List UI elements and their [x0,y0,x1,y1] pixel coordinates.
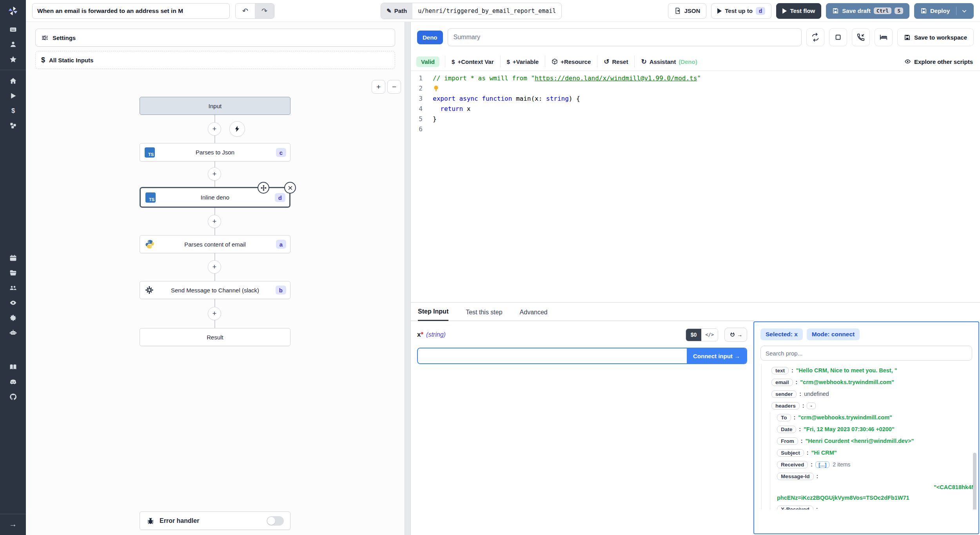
prop-row[interactable]: To: "crm@webhooks.trywindmill.com" [754,412,978,423]
prop-key[interactable]: From [777,437,798,445]
prop-row[interactable]: Message-Id: [754,470,978,482]
workers-icon[interactable] [0,325,26,340]
code-mode-button[interactable]: </> [701,329,718,341]
home-icon[interactable] [0,73,26,88]
chevron-down-icon[interactable] [961,8,967,14]
flow-title-input[interactable] [32,3,230,19]
github-icon[interactable] [0,389,26,404]
prop-value-wrapped[interactable]: "<CAC818hk4NphcENz=iKcz2BQGUjkVym8Vos=TS… [754,482,978,503]
prop-key[interactable]: Message-Id [777,473,814,480]
expand-array-button[interactable]: [...] [815,461,829,468]
prop-key[interactable]: To [777,414,791,421]
early-stop-button[interactable] [829,28,847,46]
apps-icon[interactable] [0,22,26,37]
all-static-inputs-button[interactable]: $ All Static Inputs [35,51,395,69]
scrollbar-thumb[interactable] [973,453,976,510]
schedules-icon[interactable] [0,250,26,265]
add-step-button[interactable]: + [208,260,221,274]
zoom-out-button[interactable]: − [387,80,401,94]
lightbulb-icon[interactable] [433,85,439,92]
error-handler-row[interactable]: Error handler [140,511,290,530]
move-step-button[interactable] [258,182,269,194]
add-variable-button[interactable]: $ +Variable [500,56,545,67]
explore-other-scripts-button[interactable]: Explore other scripts [904,58,973,65]
prop-key[interactable]: headers [771,402,800,410]
reset-button[interactable]: ↺ Reset [597,56,634,67]
audit-logs-icon[interactable] [0,295,26,310]
prop-key[interactable]: email [771,379,793,386]
code-link[interactable]: https://deno.land/x/windmill@v1.99.0/mod… [535,74,697,82]
favorites-icon[interactable] [0,52,26,67]
template-mode-button[interactable]: $0 [686,329,702,341]
node-parses-to-json[interactable]: TS Parses to Json c [140,143,290,161]
prop-key[interactable]: Subject [777,449,804,457]
node-parses-content-of-email[interactable]: Parses content of email a [140,235,290,253]
folders-icon[interactable] [0,265,26,280]
deploy-button[interactable]: Deploy [914,3,974,19]
prop-row[interactable]: headers: - [754,400,978,412]
step-input-value[interactable] [418,348,687,363]
tab-step-input[interactable]: Step Input [418,308,448,321]
trigger-bolt-button[interactable] [229,121,245,137]
add-step-button[interactable]: + [208,307,221,320]
expand-arrow-icon[interactable]: → [0,520,26,529]
node-input[interactable]: Input [140,97,290,115]
language-badge[interactable]: Deno [417,31,443,44]
panel-divider[interactable] [405,22,411,535]
retry-button[interactable] [806,28,824,46]
prop-key[interactable]: Received [777,461,808,468]
runs-icon[interactable] [0,88,26,103]
redo-button[interactable]: ↷ [255,4,274,18]
variables-icon[interactable]: $ [0,103,26,118]
save-to-workspace-button[interactable]: Save to workspace [897,28,974,46]
test-flow-button[interactable]: Test flow [776,3,821,19]
prop-row[interactable]: Date: "Fri, 12 May 2023 07:30:46 +0200" [754,423,978,435]
delete-step-button[interactable] [284,182,296,194]
prop-row[interactable]: X-Received: [754,503,978,510]
suspend-approval-button[interactable] [852,28,870,46]
add-step-button[interactable]: + [208,122,221,136]
discord-icon[interactable] [0,374,26,389]
resources-icon[interactable] [0,118,26,133]
test-up-to-button[interactable]: Test up to d [711,3,771,19]
error-handler-toggle[interactable] [267,516,284,526]
prop-row[interactable]: sender: undefined [754,388,978,400]
add-resource-button[interactable]: +Resource [545,56,597,67]
connect-input-button[interactable]: Connect input → [687,348,746,363]
code-editor[interactable]: 1 // import * as wmill from "https://den… [411,71,980,302]
collapse-button[interactable]: - [807,403,815,409]
search-prop-input[interactable] [760,346,972,361]
assistant-button[interactable]: ↻ Assistant (Deno) [634,56,703,67]
prop-row[interactable]: From: "Henri Courdent <henri@windmill.de… [754,435,978,447]
prop-key[interactable]: text [771,367,789,374]
sidebar-expand[interactable]: → [0,514,26,535]
prop-row[interactable]: Subject: "Hi CRM" [754,447,978,459]
prop-key[interactable]: Date [777,426,796,433]
save-draft-button[interactable]: Save draft Ctrl S [826,3,909,19]
path-field[interactable]: ✎ Path u/henri/triggered_by_email_report… [381,3,562,19]
settings-button[interactable]: Settings [35,29,395,47]
add-step-button[interactable]: + [208,167,221,181]
tab-test-this-step[interactable]: Test this step [466,309,502,321]
add-step-button[interactable]: + [208,215,221,228]
prop-row[interactable]: Received: [...] 2 items [754,459,978,470]
user-icon[interactable] [0,37,26,52]
docs-icon[interactable] [0,359,26,374]
node-result[interactable]: Result [140,328,290,346]
path-value[interactable]: u/henri/triggered_by_email_report_email [412,7,561,15]
tab-advanced[interactable]: Advanced [520,309,548,321]
undo-button[interactable]: ↶ [236,4,255,18]
prop-key[interactable]: X-Received [777,506,813,510]
add-context-var-button[interactable]: $ +Context Var [445,56,500,67]
groups-icon[interactable] [0,280,26,295]
prop-row[interactable]: text: "Hello CRM, Nice to meet you. Best… [754,365,978,376]
json-button[interactable]: JSON [668,3,706,19]
summary-input[interactable] [448,28,802,46]
connect-plug-button[interactable]: → [724,328,747,342]
settings-icon[interactable] [0,310,26,325]
prop-row[interactable]: email: "crm@webhooks.trywindmill.com" [754,376,978,388]
prop-key[interactable]: sender [771,390,797,398]
node-send-message-to-channel[interactable]: Send Message to Channel (slack) b [140,281,290,299]
zoom-in-button[interactable]: + [372,80,385,94]
windmill-logo-icon[interactable] [0,0,26,22]
